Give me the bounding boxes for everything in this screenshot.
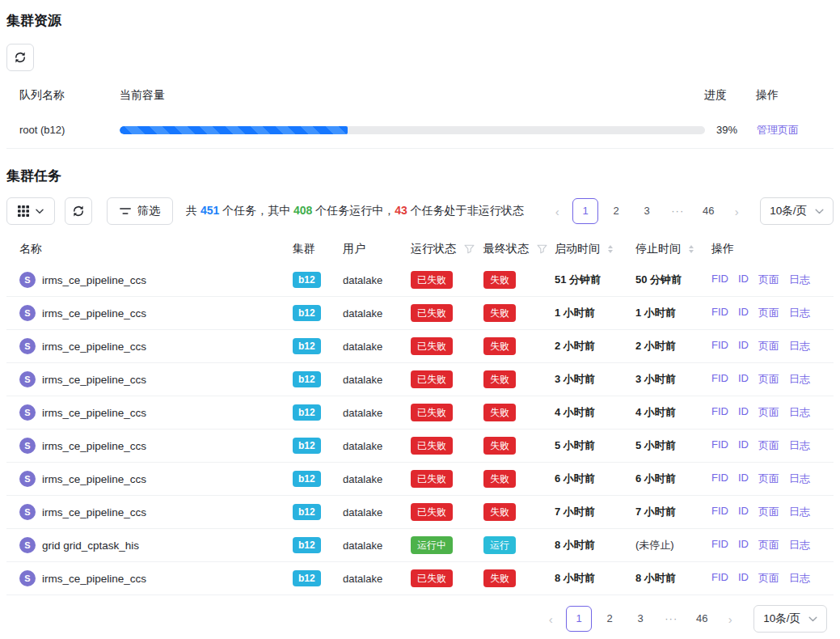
page-button-3[interactable]: 3 — [634, 198, 660, 224]
op-link-FID[interactable]: FID — [711, 306, 728, 320]
op-link-日志[interactable]: 日志 — [789, 538, 810, 552]
op-link-ID[interactable]: ID — [738, 472, 749, 486]
op-link-FID[interactable]: FID — [711, 405, 728, 420]
cluster-tag: b12 — [293, 305, 321, 321]
page-button-3[interactable]: 3 — [627, 606, 653, 632]
start-time-cell: 6 小时前 — [555, 472, 635, 486]
final-status-badge: 失败 — [483, 569, 516, 587]
page-button-46[interactable]: 46 — [689, 606, 715, 632]
bottom-pagination-mount: ‹ 123···46 › 10条/页 — [540, 605, 827, 633]
column-settings-button[interactable] — [6, 197, 55, 225]
filter-button[interactable]: 筛选 — [107, 197, 173, 225]
op-link-ID[interactable]: ID — [738, 306, 749, 320]
avatar: S — [19, 504, 36, 520]
task-name: irms_ce_pipeline_ccs — [42, 274, 146, 286]
op-link-日志[interactable]: 日志 — [789, 571, 810, 586]
run-status-badge: 已失败 — [411, 337, 453, 355]
stop-time-cell: 50 分钟前 — [635, 273, 711, 287]
op-link-ID[interactable]: ID — [738, 538, 749, 552]
next-page-icon[interactable]: › — [720, 612, 741, 626]
run-status-badge: 已失败 — [411, 569, 453, 587]
refresh-resources-button[interactable] — [6, 44, 34, 71]
op-link-页面[interactable]: 页面 — [758, 306, 779, 320]
col-run-status: 运行状态 — [411, 242, 456, 256]
table-row: S irms_ce_pipeline_ccs b12 datalake 已失败 … — [6, 297, 834, 330]
page-button-2[interactable]: 2 — [597, 606, 623, 632]
page-button-1[interactable]: 1 — [566, 606, 592, 632]
op-link-日志[interactable]: 日志 — [789, 372, 810, 387]
op-link-页面[interactable]: 页面 — [758, 538, 779, 552]
op-link-页面[interactable]: 页面 — [758, 571, 779, 586]
op-link-页面[interactable]: 页面 — [758, 405, 779, 420]
op-link-日志[interactable]: 日志 — [789, 472, 810, 486]
final-status-badge: 失败 — [483, 271, 516, 289]
final-status-badge: 失败 — [483, 304, 516, 322]
prev-page-icon[interactable]: ‹ — [540, 612, 561, 626]
op-link-页面[interactable]: 页面 — [758, 372, 779, 387]
op-link-FID[interactable]: FID — [711, 538, 728, 552]
page-button-46[interactable]: 46 — [695, 198, 721, 224]
page-list: 123···46 — [572, 198, 721, 224]
user-cell: datalake — [343, 374, 411, 386]
cluster-tag: b12 — [293, 504, 321, 520]
page-button-2[interactable]: 2 — [603, 198, 629, 224]
op-link-FID[interactable]: FID — [711, 571, 728, 586]
ops-cell: FIDID页面日志 — [711, 273, 821, 287]
stop-time-cell: 2 小时前 — [635, 339, 711, 353]
user-cell: datalake — [343, 573, 411, 585]
op-link-日志[interactable]: 日志 — [789, 339, 810, 353]
op-link-ID[interactable]: ID — [738, 372, 749, 387]
op-link-页面[interactable]: 页面 — [758, 438, 779, 453]
op-link-日志[interactable]: 日志 — [789, 273, 810, 287]
manage-page-link[interactable]: 管理页面 — [757, 124, 799, 136]
prev-page-icon[interactable]: ‹ — [547, 205, 568, 218]
op-link-日志[interactable]: 日志 — [789, 405, 810, 420]
op-link-ID[interactable]: ID — [738, 273, 749, 287]
op-link-日志[interactable]: 日志 — [789, 505, 810, 519]
start-time-cell: 5 小时前 — [555, 438, 635, 453]
final-status-badge: 失败 — [483, 503, 516, 521]
ops-cell: FIDID页面日志 — [711, 306, 821, 320]
task-name: grid grid_cptask_his — [42, 540, 139, 552]
op-link-页面[interactable]: 页面 — [758, 505, 779, 519]
page-size-select[interactable]: 10条/页 — [753, 605, 827, 633]
refresh-tasks-button[interactable] — [65, 197, 92, 225]
resources-row: root (b12) 39% 管理页面 — [6, 112, 834, 149]
pagination: ‹ 123···46 › 10条/页 — [547, 197, 834, 225]
page-size-select[interactable]: 10条/页 — [760, 197, 834, 225]
avatar: S — [19, 305, 36, 321]
task-name: irms_ce_pipeline_ccs — [42, 407, 146, 419]
top-pagination-mount: ‹ 123···46 › 10条/页 — [547, 197, 834, 225]
op-link-FID[interactable]: FID — [711, 339, 728, 353]
op-link-页面[interactable]: 页面 — [758, 472, 779, 486]
op-link-日志[interactable]: 日志 — [789, 306, 810, 320]
op-link-ID[interactable]: ID — [738, 405, 749, 420]
sort-icon[interactable] — [608, 245, 613, 253]
page-button-1[interactable]: 1 — [572, 198, 598, 224]
op-link-FID[interactable]: FID — [711, 273, 728, 287]
col-user: 用户 — [343, 242, 411, 256]
sort-icon[interactable] — [689, 245, 694, 253]
filter-funnel-icon[interactable] — [537, 244, 547, 254]
op-link-FID[interactable]: FID — [711, 472, 728, 486]
op-link-ID[interactable]: ID — [738, 438, 749, 453]
op-link-ID[interactable]: ID — [738, 571, 749, 586]
final-status-badge: 失败 — [483, 337, 516, 355]
refresh-icon — [72, 205, 85, 218]
next-page-icon[interactable]: › — [726, 205, 747, 218]
page-size-label: 10条/页 — [770, 204, 807, 218]
op-link-FID[interactable]: FID — [711, 438, 728, 453]
op-link-页面[interactable]: 页面 — [758, 339, 779, 353]
op-link-FID[interactable]: FID — [711, 372, 728, 387]
cluster-tag: b12 — [293, 371, 321, 387]
op-link-日志[interactable]: 日志 — [789, 438, 810, 453]
filter-funnel-icon[interactable] — [464, 244, 475, 254]
col-stop-time: 停止时间 — [635, 242, 681, 256]
task-name: irms_ce_pipeline_ccs — [42, 374, 146, 386]
op-link-页面[interactable]: 页面 — [758, 273, 779, 287]
user-cell: datalake — [343, 407, 411, 419]
ops-cell: FIDID页面日志 — [711, 438, 821, 453]
op-link-FID[interactable]: FID — [711, 505, 728, 519]
op-link-ID[interactable]: ID — [738, 505, 749, 519]
op-link-ID[interactable]: ID — [738, 339, 749, 353]
